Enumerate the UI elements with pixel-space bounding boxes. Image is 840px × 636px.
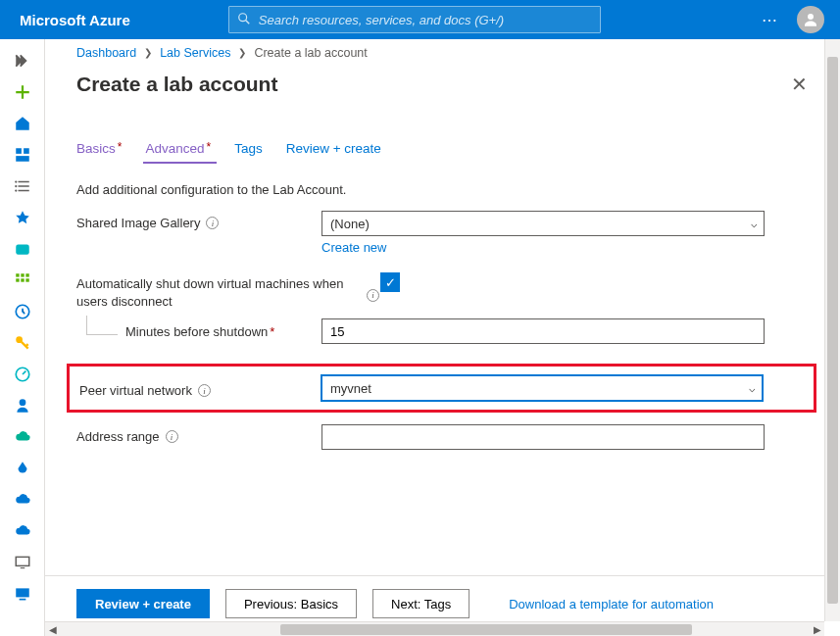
svg-point-19 (19, 399, 25, 406)
next-button[interactable]: Next: Tags (372, 589, 469, 618)
svg-rect-10 (16, 273, 19, 276)
global-search[interactable] (228, 6, 601, 33)
address-range-input[interactable] (330, 425, 738, 449)
address-range-input-wrap (321, 424, 765, 450)
rail-cloud2-icon[interactable] (8, 486, 37, 514)
rail-monitor-icon[interactable] (8, 549, 37, 576)
scroll-left-icon[interactable]: ◀ (45, 624, 60, 635)
svg-rect-3 (16, 148, 22, 154)
tab-advanced[interactable]: Advanced (145, 137, 211, 164)
chevron-down-icon: ⌵ (749, 382, 756, 395)
rail-labs-icon[interactable] (8, 235, 37, 263)
address-range-label: Address range i (76, 424, 321, 444)
scroll-right-icon[interactable]: ▶ (810, 624, 824, 635)
minutes-input-wrap (321, 318, 765, 344)
rail-favorite-icon[interactable] (8, 204, 37, 231)
minutes-label: Minutes before shutdown (125, 324, 268, 339)
shared-gallery-label: Shared Image Gallery i (76, 211, 321, 230)
svg-rect-4 (24, 148, 29, 154)
tabs: Basics Advanced Tags Review + create (76, 137, 813, 165)
svg-point-2 (808, 14, 814, 20)
review-create-button[interactable]: Review + create (76, 589, 210, 618)
page-title: Create a lab account (76, 73, 277, 96)
tree-branch-icon (86, 316, 118, 335)
rail-dashboard-icon[interactable] (8, 141, 37, 169)
info-icon[interactable]: i (166, 430, 178, 443)
svg-point-0 (239, 13, 247, 21)
svg-point-7 (15, 185, 17, 187)
address-range-label-text: Address range (76, 429, 160, 444)
rail-drop-icon[interactable] (8, 455, 37, 482)
previous-button[interactable]: Previous: Basics (225, 589, 357, 618)
breadcrumb-dashboard[interactable]: Dashboard (76, 46, 136, 60)
svg-rect-13 (16, 278, 19, 281)
chevron-right-icon: ❯ (238, 47, 246, 58)
info-icon[interactable]: i (367, 289, 379, 302)
required-star-icon: * (270, 324, 274, 339)
download-template-link[interactable]: Download a template for automation (509, 597, 714, 612)
rail-key-icon[interactable] (8, 329, 37, 357)
chevron-down-icon: ⌵ (751, 218, 758, 230)
rail-list-icon[interactable] (8, 172, 37, 200)
auto-shutdown-label-text: Automatically shut down virtual machines… (76, 275, 361, 311)
peer-vnet-label-text: Peer virtual network (79, 383, 192, 398)
svg-point-8 (15, 189, 17, 191)
close-icon[interactable]: ✕ (785, 71, 813, 98)
svg-rect-5 (16, 156, 29, 162)
create-new-link[interactable]: Create new (321, 240, 386, 255)
tab-review[interactable]: Review + create (286, 137, 381, 164)
rail-grid-icon[interactable] (8, 267, 37, 294)
svg-line-1 (246, 20, 250, 24)
info-icon[interactable]: i (198, 384, 211, 397)
peer-vnet-label: Peer virtual network i (70, 378, 321, 398)
search-input[interactable] (259, 13, 592, 27)
shared-gallery-label-text: Shared Image Gallery (76, 216, 200, 230)
breadcrumb-current: Create a lab account (254, 46, 367, 60)
auto-shutdown-label: Automatically shut down virtual machines… (76, 270, 380, 311)
form-description: Add additional configuration to the Lab … (76, 182, 813, 197)
svg-rect-21 (16, 588, 29, 597)
rail-vm-icon[interactable] (8, 580, 37, 608)
rail-gauge-icon[interactable] (8, 361, 37, 388)
svg-rect-11 (21, 273, 24, 276)
breadcrumb-labservices[interactable]: Lab Services (160, 46, 230, 60)
shared-gallery-dropdown[interactable]: (None) ⌵ (321, 211, 765, 236)
search-icon (237, 12, 251, 28)
peer-vnet-row: Peer virtual network i myvnet ⌵ (67, 364, 816, 413)
svg-rect-15 (25, 278, 28, 281)
tab-tags[interactable]: Tags (234, 137, 263, 164)
info-icon[interactable]: i (206, 217, 219, 229)
svg-rect-9 (16, 245, 29, 255)
vertical-scrollbar[interactable] (824, 39, 840, 621)
auto-shutdown-checkbox[interactable]: ✓ (380, 272, 400, 292)
main-panel: Dashboard ❯ Lab Services ❯ Create a lab … (45, 39, 840, 636)
breadcrumb: Dashboard ❯ Lab Services ❯ Create a lab … (45, 39, 840, 67)
rail-expand-icon[interactable] (8, 47, 37, 74)
avatar[interactable] (797, 6, 824, 33)
minutes-input[interactable] (330, 319, 738, 343)
more-icon[interactable]: ⋯ (762, 11, 779, 29)
chevron-right-icon: ❯ (144, 47, 152, 58)
brand-logo: Microsoft Azure (20, 12, 130, 28)
peer-vnet-dropdown[interactable]: myvnet ⌵ (321, 374, 764, 402)
rail-clock-icon[interactable] (8, 298, 37, 325)
svg-rect-14 (21, 278, 24, 281)
rail-cloud-icon[interactable] (8, 423, 37, 451)
rail-cloud3-icon[interactable] (8, 517, 37, 545)
svg-rect-20 (16, 557, 29, 565)
tab-basics[interactable]: Basics (76, 137, 122, 164)
svg-rect-12 (25, 273, 28, 276)
rail-user-icon[interactable] (8, 392, 37, 419)
topbar-right: ⋯ (762, 6, 824, 33)
rail-add-icon[interactable] (8, 78, 37, 106)
top-bar: Microsoft Azure ⋯ (0, 0, 840, 39)
nav-rail (0, 39, 45, 636)
horizontal-scrollbar[interactable]: ◀ ▶ (45, 621, 824, 636)
peer-vnet-value: myvnet (330, 381, 371, 396)
rail-home-icon[interactable] (8, 110, 37, 137)
shared-gallery-value: (None) (330, 217, 370, 231)
svg-point-6 (15, 180, 17, 182)
